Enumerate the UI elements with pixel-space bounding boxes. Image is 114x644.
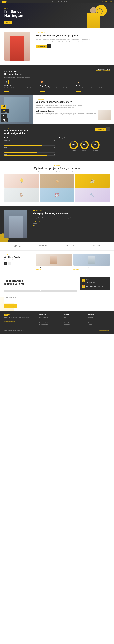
project-item-2[interactable]: 🏷️ — [40, 174, 74, 188]
phone-2: +00 483 868 565 — [86, 282, 95, 283]
phone-1: +00 568 868 452 — [86, 280, 95, 282]
contact-section: Contact Tal or arrange a meeting with me… — [0, 274, 114, 311]
footer-about-3[interactable]: Careers — [88, 320, 110, 322]
footer-col-posts: Latest Post Lorem ipsum dolor Consectetu… — [39, 314, 61, 326]
footer-support-3[interactable]: Terms of Service — [64, 320, 85, 322]
story-label: About me — [36, 99, 111, 100]
footer-col-about-title: About Us — [88, 314, 110, 316]
footer-support-5[interactable]: Help Center — [64, 324, 85, 325]
service-brand-link[interactable]: Read More — [76, 90, 110, 92]
logo[interactable]: BECO. — [2, 1, 8, 2]
service-graphic-link[interactable]: Read More — [40, 90, 74, 92]
footer-support-2[interactable]: Privacy Policy — [64, 318, 85, 320]
service-graphic-desc: Lorem ipsum dolor sit amet consectetur a… — [40, 87, 74, 90]
footer-contact-label: Let's talk with me? — [4, 319, 37, 320]
footer-about-5[interactable]: Partners — [88, 324, 110, 325]
hire-me-button[interactable]: Hire Me — [4, 21, 12, 24]
whatido-subtitle: Lorem ipsum dolor sit amet consectetur a… — [4, 76, 31, 78]
project-item-1[interactable]: 💡 — [4, 174, 39, 188]
projects-section: My Portfolio My featured projects for my… — [0, 161, 114, 206]
skills-download-btn[interactable]: Download CV — [95, 128, 106, 130]
project-item-6[interactable]: 🔧 — [75, 188, 110, 202]
news-card-2-title: Work On The Latest ui Design Models — [73, 266, 110, 268]
contact-left: Contact Tal or arrange a meeting with me… — [4, 277, 77, 308]
nav-contact[interactable]: Contact — [64, 1, 68, 2]
address-text: 512 S. Spruce Dr. Guntersville 52. — [86, 286, 103, 287]
services-grid: 💻 Web Development Lorem ipsum dolor sit … — [4, 80, 110, 92]
contact-message-textarea[interactable] — [4, 296, 77, 304]
story-stats: 05 Years 80 Clients Done 01 Awards 04 Ed… — [1, 104, 9, 122]
nav-home[interactable]: Home — [42, 1, 45, 2]
footer-contact-email[interactable]: hellomarks@gmail.com — [4, 320, 37, 322]
service-web-link[interactable]: Read More — [4, 90, 38, 92]
stat-awards: 01 Awards — [1, 114, 7, 118]
footer-support-1[interactable]: FAQ — [64, 316, 85, 318]
next-arrow[interactable]: → — [8, 262, 11, 265]
footer-support-4[interactable]: Contact Us — [64, 322, 85, 324]
project-item-4[interactable]: 🪑 — [4, 188, 39, 202]
footer-about-2[interactable]: Team — [88, 318, 110, 320]
why-image — [4, 32, 30, 60]
nav-about[interactable]: About — [47, 1, 50, 2]
news-title: Get News Feeds — [4, 256, 33, 258]
why-section-label: Why hire me — [36, 32, 110, 33]
dot-3[interactable] — [36, 225, 36, 226]
contact-right: 📞 Call Us +00 568 868 452 +00 483 868 56… — [80, 277, 110, 308]
contact-address-item: 📍 My Address 512 S. Spruce Dr. Guntersvi… — [82, 284, 108, 288]
clients-quote: Aenean sagittis aliquam adipiscing venen… — [33, 216, 110, 220]
footer-link-2[interactable]: Consectetur adipiscing — [39, 318, 61, 320]
skill-bar-js: JavaScript75% — [4, 144, 55, 146]
circle-photoshop: 85% Photoshop — [69, 140, 78, 151]
design-skill-label: Design Skill — [59, 137, 110, 138]
news-card-1-link[interactable]: Read More — [36, 269, 41, 270]
footer-link-5[interactable]: Ut labore et dolore — [39, 324, 61, 325]
news-subtitle: Lorem ipsum dolor sit amet consectetur a… — [4, 259, 33, 260]
service-brand-desc: Lorem ipsum dolor sit amet consectetur a… — [76, 87, 110, 90]
project-item-3[interactable]: ☕ — [75, 174, 110, 188]
clients-image — [4, 210, 30, 238]
contact-email[interactable]: hellomarks@gmail.com — [96, 70, 110, 71]
nav-service[interactable]: Service — [52, 1, 56, 2]
download-cv-button[interactable]: Download CV — [36, 45, 47, 48]
footer-copyright: © 2024 Sandy Harrington. All rights rese… — [4, 330, 24, 331]
dot-1[interactable] — [33, 225, 34, 226]
contact-phone-item: 📞 Call Us +00 568 868 452 +00 483 868 56… — [82, 279, 108, 283]
clients-section: Testimonials My happy clients says about… — [0, 206, 114, 242]
contact-name-input[interactable] — [4, 287, 40, 290]
nav-projects[interactable]: Projects — [58, 1, 62, 2]
news-section: Blog Get News Feeds Lorem ipsum dolor si… — [0, 251, 114, 274]
why-hire-section: Why hire me Why hire me for your next pr… — [0, 28, 114, 65]
footer-link-4[interactable]: Tempor incididunt — [39, 322, 61, 324]
news-card-1-title: The Story Of Portfolio Has Just Gone Vir… — [36, 266, 72, 268]
footer-about-1[interactable]: Our Story — [88, 316, 110, 318]
projects-title: My featured projects for my customer — [4, 167, 110, 170]
footer-link-3[interactable]: Sed do eiusmod — [39, 320, 61, 322]
circle-illustrator: 85% Illustrator — [80, 140, 89, 151]
contact-subject-input[interactable] — [4, 292, 77, 295]
logo-suffix: CO. — [5, 1, 8, 2]
project-item-5[interactable]: ⏰ — [40, 188, 74, 202]
stat-years: 05 Years — [1, 104, 6, 109]
dot-2[interactable] — [34, 225, 35, 226]
footer-about-4[interactable]: Press — [88, 322, 110, 324]
prev-arrow[interactable]: ← — [4, 262, 7, 265]
logo-deters-2: DETERS SOLUTIONS — [93, 245, 101, 248]
logo-visla: VISLA — [13, 245, 21, 247]
footer-link-1[interactable]: Lorem ipsum dolor — [39, 316, 61, 318]
contact-form: Send Message — [4, 287, 77, 308]
footer-logo: BECO. — [4, 314, 37, 316]
clients-content: Testimonials My happy clients says about… — [33, 210, 110, 226]
why-para-2: Duis aute irure dolor in reprehenderit i… — [36, 41, 110, 43]
clients-role: UX Designer — [33, 223, 110, 224]
story-para-2: Duis aute irure dolor in reprehenderit i… — [36, 107, 111, 108]
footer-bottom-email[interactable]: hellomarks@gmail.com — [99, 330, 110, 331]
send-message-button[interactable]: Send Message — [4, 304, 17, 308]
hero-hello: Hello! — [4, 8, 110, 9]
talk-label: Let's talk with me. — [96, 68, 110, 70]
stat-clients: 80 Clients Done — [1, 109, 9, 113]
projects-header: My Portfolio My featured projects for my… — [4, 165, 110, 172]
contact-info-box: 📞 Call Us +00 568 868 452 +00 483 868 56… — [80, 277, 110, 290]
contact-email-input[interactable] — [41, 287, 77, 290]
news-card-2-link[interactable]: Read More — [73, 269, 79, 270]
projects-grid: 💡 🏷️ ☕ 🪑 ⏰ 🔧 — [4, 174, 110, 202]
